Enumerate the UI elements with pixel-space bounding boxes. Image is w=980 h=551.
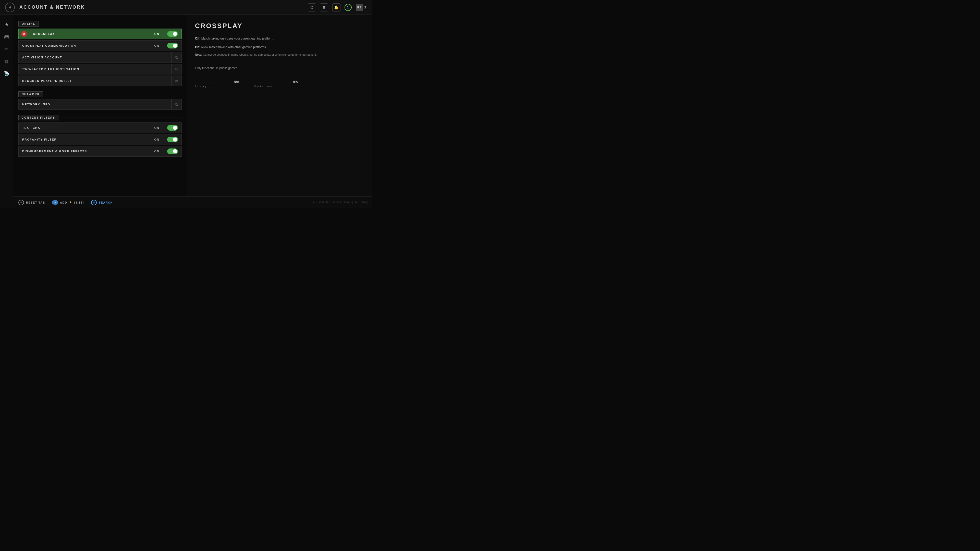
crossplay-value: ON [150, 32, 164, 35]
search-icon: ⊞ [91, 200, 97, 205]
content-filters-section-header: CONTENT FILTERS [18, 115, 182, 121]
crossplay-row[interactable]: ✕ CROSSPLAY ON [18, 29, 182, 39]
pf-toggle-container [164, 137, 181, 142]
network-stats: - - - - - - - - - - - - - - - - - N/A La… [195, 80, 363, 88]
crossplay-x-icon: ✕ [21, 31, 27, 37]
add-favorite-icon: A [52, 200, 58, 205]
detail-note: Note: Cannot be changed in game lobbies,… [195, 53, 363, 56]
dg-toggle-container [164, 148, 181, 154]
version-text: 9.4.13031291 [36:210:1465+11] Tmc [7000] [313, 201, 369, 204]
packet-loss-stat: - - - - - - - - - - - - - - - - - 0% Pac… [255, 80, 298, 88]
sidebar-item-controller[interactable]: 🎮 [2, 32, 11, 41]
two-factor-label: TWO-FACTOR AUTHENTICATION [19, 68, 172, 71]
cf-divider [60, 118, 182, 118]
packet-value: 0% [293, 80, 298, 84]
sidebar-item-hud[interactable]: ▦ [2, 57, 11, 66]
crossplay-toggle-container [164, 31, 181, 37]
detail-public-note: Only functional in public games. [195, 66, 363, 70]
latency-label: Latency [195, 85, 239, 88]
online-label: ONLINE [18, 21, 39, 27]
dismemberment-value: ON [150, 150, 164, 153]
crossplay-label: CROSSPLAY [29, 32, 150, 35]
grid-icon[interactable]: ⊞ [320, 3, 328, 11]
player-badge: R3 2 [356, 4, 366, 11]
online-divider [41, 24, 182, 24]
network-section-header: NETWORK [18, 91, 182, 97]
dismemberment-label: DISMEMBERMENT & GORE EFFECTS [19, 150, 150, 153]
crossplay-toggle[interactable] [167, 31, 178, 37]
sidebar: ★ 🎮 ✏ ▦ 📡 [0, 15, 13, 208]
reset-tab-action[interactable]: ⟳ RESET TAB [18, 200, 45, 205]
top-bar: ACCOUNT & NETWORK ⬡ ⊞ 🔔 1 R3 2 [0, 0, 372, 15]
activision-account-row[interactable]: ACTIVISION ACCOUNT ⧉ [18, 52, 182, 63]
text-chat-label: TEXT CHAT [19, 126, 150, 129]
text-chat-row[interactable]: TEXT CHAT ON [18, 122, 182, 133]
add-favorite-action[interactable]: A ADD ★ [8/15] [52, 200, 84, 205]
bottom-bar: ⟳ RESET TAB A ADD ★ [8/15] ⊞ SEARCH 9.4.… [13, 197, 372, 208]
activision-external-icon[interactable]: ⧉ [172, 56, 181, 60]
dismemberment-toggle[interactable] [167, 148, 178, 154]
page-title: ACCOUNT & NETWORK [19, 5, 85, 10]
tc-toggle-container [164, 125, 181, 130]
dismemberment-row[interactable]: DISMEMBERMENT & GORE EFFECTS ON [18, 146, 182, 157]
blocked-players-label: BLOCKED PLAYERS (0/200) [19, 79, 172, 83]
profanity-filter-toggle[interactable] [167, 137, 178, 142]
bottom-spacer [18, 158, 182, 173]
network-info-external-icon[interactable]: ⧉ [172, 102, 181, 106]
profanity-filter-row[interactable]: PROFANITY FILTER ON [18, 134, 182, 145]
sidebar-item-favorites[interactable]: ★ [2, 20, 11, 29]
detail-on-description: Allow matchmaking with other gaming plat… [201, 45, 266, 49]
gap1 [18, 87, 182, 90]
currency-icon[interactable]: ⬡ [308, 3, 316, 11]
rank-square: R3 [356, 4, 363, 11]
latency-dashes: - - - - - - - - - - - - - - - - - [195, 80, 232, 83]
network-label: NETWORK [18, 91, 43, 97]
right-panel: CROSSPLAY Off: Matchmaking only uses you… [187, 15, 372, 208]
crossplay-communication-label: CROSSPLAY COMMUNICATION [19, 44, 150, 47]
blocked-players-external-icon[interactable]: ⧉ [172, 79, 181, 83]
crossplay-communication-toggle[interactable] [167, 43, 178, 48]
packet-dashes: - - - - - - - - - - - - - - - - - [255, 80, 291, 83]
packet-stat-line: - - - - - - - - - - - - - - - - - 0% [255, 80, 298, 84]
reset-tab-icon: ⟳ [18, 200, 24, 205]
online-section-header: ONLINE [18, 21, 182, 27]
add-label: ADD [60, 201, 67, 204]
content-filters-label: CONTENT FILTERS [18, 115, 59, 121]
crossplay-communication-row[interactable]: CROSSPLAY COMMUNICATION ON [18, 40, 182, 51]
top-right-icons: ⬡ ⊞ 🔔 1 R3 2 [308, 3, 366, 11]
detail-off-description: Matchmaking only uses your current gamin… [201, 37, 274, 40]
crossplay-communication-value: ON [150, 44, 164, 47]
favorites-count: [8/15] [74, 201, 84, 204]
search-label: SEARCH [99, 201, 113, 204]
text-chat-value: ON [150, 126, 164, 129]
rank-circle: 1 [345, 4, 352, 11]
two-factor-external-icon[interactable]: ⧉ [172, 67, 181, 71]
latency-value: N/A [234, 80, 239, 84]
detail-title: CROSSPLAY [195, 22, 363, 30]
latency-stat: - - - - - - - - - - - - - - - - - N/A La… [195, 80, 239, 88]
cc-toggle-container [164, 43, 181, 48]
search-action[interactable]: ⊞ SEARCH [91, 200, 113, 205]
latency-stat-line: - - - - - - - - - - - - - - - - - N/A [195, 80, 239, 84]
two-factor-row[interactable]: TWO-FACTOR AUTHENTICATION ⧉ [18, 64, 182, 75]
detail-note-text: Cannot be changed in game lobbies, durin… [203, 53, 317, 56]
activision-account-label: ACTIVISION ACCOUNT [19, 56, 172, 59]
detail-off-text: Off: Matchmaking only uses your current … [195, 36, 363, 41]
text-chat-toggle[interactable] [167, 125, 178, 130]
star-icon: ★ [69, 201, 72, 204]
network-info-label: NETWORK INFO [19, 103, 172, 106]
gap2 [18, 111, 182, 114]
blocked-players-row[interactable]: BLOCKED PLAYERS (0/200) ⧉ [18, 76, 182, 86]
packet-label: Packet Loss [255, 85, 298, 88]
main-content: ONLINE ✕ CROSSPLAY ON CROSSPLAY COMMUNIC… [13, 15, 372, 208]
notification-icon[interactable]: 🔔 [332, 3, 340, 11]
left-panel: ONLINE ✕ CROSSPLAY ON CROSSPLAY COMMUNIC… [13, 15, 187, 208]
network-info-row[interactable]: NETWORK INFO ⧉ [18, 99, 182, 110]
back-button[interactable] [5, 3, 15, 12]
profanity-filter-value: ON [150, 138, 164, 141]
rank-badge: 1 [345, 4, 352, 11]
sidebar-item-network[interactable]: 📡 [2, 69, 11, 78]
reset-tab-label: RESET TAB [26, 201, 45, 204]
detail-on-text: On: Allow matchmaking with other gaming … [195, 44, 363, 50]
sidebar-item-edit[interactable]: ✏ [2, 44, 11, 54]
